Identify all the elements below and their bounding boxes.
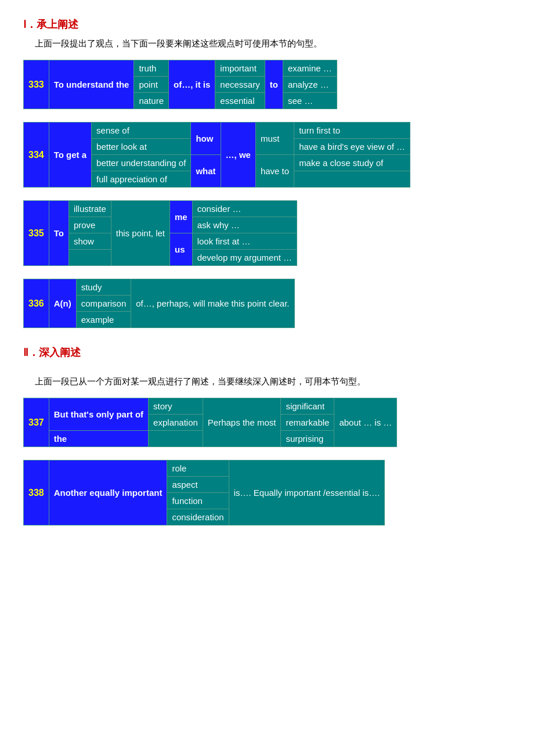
p335-col4b: us: [170, 233, 193, 266]
num-336: 336: [24, 279, 49, 328]
p333-word3: nature: [134, 93, 169, 109]
p335-word2: prove: [68, 217, 111, 233]
p334-word2: better look at: [92, 139, 191, 155]
p333-col3: of…, it is: [168, 60, 215, 109]
p333-word2: point: [134, 77, 169, 93]
p337-col5: about … is …: [334, 398, 397, 447]
pattern-333: 333 To understand the truth of…, it is i…: [23, 60, 511, 109]
p334-word3: better understanding of: [92, 155, 191, 171]
num-338: 338: [24, 460, 49, 525]
pattern-335-table: 335 To illustrate this point, let me con…: [23, 200, 297, 266]
p338-word3: function: [167, 493, 229, 509]
section-2-desc: 上面一段已从一个方面对某一观点进行了阐述，当要继续深入阐述时，可用本节句型。: [23, 376, 511, 387]
p334-word6: turn first to: [294, 123, 410, 139]
p333-col5: to: [265, 60, 283, 109]
p335-word4: consider …: [192, 201, 297, 217]
section-1-desc: 上面一段提出了观点，当下面一段要来阐述这些观点时可使用本节的句型。: [23, 38, 511, 49]
p333-word1: truth: [134, 60, 169, 77]
section-1: Ⅰ．承上阐述 上面一段提出了观点，当下面一段要来阐述这些观点时可使用本节的句型。…: [23, 17, 511, 328]
p335-word5: ask why …: [192, 217, 297, 233]
p336-word1: study: [76, 279, 131, 296]
p334-word5: have to: [255, 155, 294, 188]
p337-word6: surprising: [281, 431, 334, 447]
num-335: 335: [24, 201, 49, 266]
p333-word4: important: [215, 60, 265, 77]
p338-word2: aspect: [167, 477, 229, 493]
p334-word4: must: [255, 123, 294, 155]
pattern-338: 338 Another equally important role is…. …: [23, 460, 511, 525]
p337-word1: story: [149, 398, 203, 415]
pattern-334-table: 334 To get a sense of how …, we must tur…: [23, 122, 410, 188]
p337-word4: remarkable: [281, 415, 334, 431]
p334-word1: sense of: [92, 123, 191, 139]
p334-col1: To get a: [49, 123, 91, 188]
p338-col1: Another equally important: [49, 460, 167, 525]
pattern-336: 336 A(n) study of…, perhaps, will make t…: [23, 279, 511, 328]
pattern-337-table: 337 But that's only part of story Perhap…: [23, 398, 397, 447]
p334-col4: …, we: [221, 123, 255, 188]
p335-word7: develop my argument …: [192, 250, 297, 266]
num-334: 334: [24, 123, 49, 188]
pattern-336-table: 336 A(n) study of…, perhaps, will make t…: [23, 279, 295, 328]
p335-col4a: me: [170, 201, 193, 233]
pattern-335: 335 To illustrate this point, let me con…: [23, 200, 511, 266]
p337-col1: But that's only part of: [49, 398, 148, 431]
p334-col3a: how: [191, 123, 221, 155]
p337-word2: explanation: [149, 415, 203, 431]
p335-word6: look first at …: [192, 233, 297, 250]
num-337: 337: [24, 398, 49, 447]
pattern-337: 337 But that's only part of story Perhap…: [23, 398, 511, 447]
section-1-title: Ⅰ．承上阐述: [23, 17, 511, 31]
p333-word5: necessary: [215, 77, 265, 93]
section-2: Ⅱ．深入阐述 上面一段已从一个方面对某一观点进行了阐述，当要继续深入阐述时，可用…: [23, 345, 511, 525]
p334-word8: make a close study of: [294, 155, 410, 171]
p333-word7: analyze …: [283, 77, 337, 93]
p338-col3: is…. Equally important /essential is….: [229, 460, 385, 525]
p335-word3: show: [68, 233, 111, 250]
p334-col3b: what: [191, 155, 221, 188]
p334-word4b: full appreciation of: [92, 171, 191, 188]
section-2-title: Ⅱ．深入阐述: [23, 345, 511, 359]
p335-col3: this point, let: [111, 201, 169, 266]
p333-word9: see …: [283, 93, 337, 109]
p335-word1: illustrate: [68, 201, 111, 217]
p337-word5: [149, 431, 203, 447]
pattern-338-table: 338 Another equally important role is…. …: [23, 460, 385, 525]
p334-word9: [294, 171, 410, 188]
p333-word6: examine …: [283, 60, 337, 77]
p335-col1: To: [49, 201, 68, 266]
p336-col1: A(n): [49, 279, 76, 328]
p338-word1: role: [167, 460, 229, 477]
p337-col1b: the: [49, 431, 148, 447]
p338-word4: consideration: [167, 509, 229, 525]
p335-word3b: [68, 250, 111, 266]
p336-word3: example: [76, 312, 131, 328]
p337-col3: Perhaps the most: [203, 398, 281, 447]
p336-col3: of…, perhaps, will make this point clear…: [131, 279, 294, 328]
num-333: 333: [24, 60, 49, 109]
p334-word7: have a bird's eye view of …: [294, 139, 410, 155]
p336-word2: comparison: [76, 296, 131, 312]
p337-word3: significant: [281, 398, 334, 415]
p333-word8: essential: [215, 93, 265, 109]
pattern-334: 334 To get a sense of how …, we must tur…: [23, 122, 511, 188]
pattern-333-table: 333 To understand the truth of…, it is i…: [23, 60, 337, 109]
p333-col1: To understand the: [49, 60, 134, 109]
